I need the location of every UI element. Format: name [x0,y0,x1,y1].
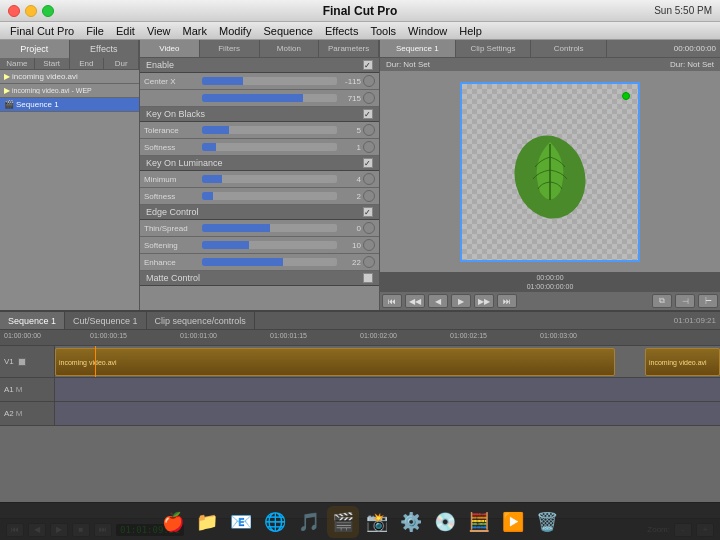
go-to-start-button[interactable]: ⏮ [382,294,402,308]
minimum-reset[interactable] [363,173,375,185]
center-y-slider[interactable] [202,94,337,102]
close-button[interactable] [8,5,20,17]
menu-item-modify[interactable]: Modify [213,22,257,40]
center-x-slider[interactable] [202,77,337,85]
ruler-label-0: 01:00:00:00 [4,332,41,339]
leaf-image [500,122,600,222]
timecode-frames: 01:00:00:00:00 [527,283,574,290]
edge-checkbox[interactable] [363,207,373,217]
minimize-button[interactable] [25,5,37,17]
softness-reset2[interactable] [363,190,375,202]
tab-parameters[interactable]: Parameters [319,40,379,57]
window-controls[interactable] [8,5,54,17]
track-label-a2: A2 [4,409,14,418]
video-clip-1[interactable]: incoming video.avi [55,348,615,376]
play-button[interactable]: ▶ [451,294,471,308]
dock-mail[interactable]: 📧 [225,506,257,538]
track-header-v1: V1 [0,346,55,377]
mark-out-button[interactable]: ⊢ [698,294,718,308]
softening-row: Softening 10 [140,237,379,254]
softness-reset1[interactable] [363,141,375,153]
softness-slider1[interactable] [202,143,337,151]
viewer-panel: Sequence 1 Clip Settings Controls 00:00:… [380,40,720,310]
tl-tab-sequence1[interactable]: Sequence 1 [0,312,65,329]
enhance-slider[interactable] [202,258,337,266]
tab-video[interactable]: Video [140,40,200,57]
tl-tab-clip-controls[interactable]: Clip sequence/controls [147,312,255,329]
softening-slider[interactable] [202,241,337,249]
track-content-v1[interactable]: incoming video.avi incoming video.avi [55,346,720,377]
track-content-a2[interactable] [55,402,720,425]
tl-tab-cut-sequence[interactable]: Cut/Sequence 1 [65,312,147,329]
menu-item-sequence[interactable]: Sequence [257,22,319,40]
dock-trash[interactable]: 🗑️ [531,506,563,538]
dock-finder[interactable]: 🍎 [157,506,189,538]
key-blacks-checkbox[interactable] [363,109,373,119]
rewind-button[interactable]: ◀◀ [405,294,425,308]
dock-iphoto[interactable]: 📸 [361,506,393,538]
tolerance-reset[interactable] [363,124,375,136]
menu-item-window[interactable]: Window [402,22,453,40]
softness-row1: Softness 1 [140,139,379,156]
dock-itunes[interactable]: 🎵 [293,506,325,538]
track-content-a1[interactable] [55,378,720,401]
app-title: Final Cut Pro [323,4,398,18]
menu-item-file[interactable]: File [80,22,110,40]
softening-reset[interactable] [363,239,375,251]
tab-clip-settings[interactable]: Clip Settings [456,40,532,57]
menu-item-edit[interactable]: Edit [110,22,141,40]
track-visibility-v1[interactable] [18,358,26,366]
softness-slider2[interactable] [202,192,337,200]
project-browser: Name Start End Dur ▶ incoming video.avi … [0,58,139,310]
track-label-a1: A1 [4,385,14,394]
ruler-label-4: 01:00:02:00 [360,332,397,339]
menu-item-final-cut-pro[interactable]: Final Cut Pro [4,22,80,40]
menu-item-help[interactable]: Help [453,22,488,40]
maximize-button[interactable] [42,5,54,17]
key-lum-checkbox[interactable] [363,158,373,168]
match-frame-button[interactable]: ⧉ [652,294,672,308]
dock-system-prefs[interactable]: ⚙️ [395,506,427,538]
tab-sequence1[interactable]: Sequence 1 [380,40,456,57]
video-clip-2[interactable]: incoming video.avi [645,348,720,376]
tab-effects-left[interactable]: Effects [70,40,140,58]
dock-fcp[interactable]: 🎬 [327,506,359,538]
enhance-reset[interactable] [363,256,375,268]
viewer-canvas-area [380,71,720,272]
title-bar: Final Cut Pro Sun 5:50 PM [0,0,720,22]
green-dot-indicator [622,92,630,100]
tab-controls[interactable]: Controls [531,40,607,57]
tab-project[interactable]: Project [0,40,70,58]
project-item-video-wep[interactable]: ▶ incoming video.avi - WEP [0,84,139,98]
tolerance-slider[interactable] [202,126,337,134]
track-mute-a1[interactable]: M [16,385,23,394]
dock-quicktime[interactable]: ▶️ [497,506,529,538]
prev-frame-button[interactable]: ◀ [428,294,448,308]
center-x-reset[interactable] [363,75,375,87]
project-item-video[interactable]: ▶ incoming video.avi [0,70,139,84]
dock-safari[interactable]: 🌐 [259,506,291,538]
go-to-end-button[interactable]: ⏭ [497,294,517,308]
matte-checkbox[interactable] [363,273,373,283]
tab-motion[interactable]: Motion [260,40,320,57]
tab-filters[interactable]: Filters [200,40,260,57]
next-frame-button[interactable]: ▶▶ [474,294,494,308]
track-mute-a2[interactable]: M [16,409,23,418]
dock-calculator[interactable]: 🧮 [463,506,495,538]
section-key-blacks: Key On Blacks [140,107,379,122]
title-bar-right: Sun 5:50 PM [654,5,712,16]
menu-item-view[interactable]: View [141,22,177,40]
center-y-reset[interactable] [363,92,375,104]
menu-item-tools[interactable]: Tools [364,22,402,40]
enable-checkbox[interactable] [363,60,373,70]
menu-item-effects[interactable]: Effects [319,22,364,40]
thin-spread-slider[interactable] [202,224,337,232]
thin-spread-reset[interactable] [363,222,375,234]
mark-in-button[interactable]: ⊣ [675,294,695,308]
dock-folder[interactable]: 📁 [191,506,223,538]
minimum-slider[interactable] [202,175,337,183]
main-content: Project Effects Name Start End Dur ▶ inc… [0,40,720,540]
menu-item-mark[interactable]: Mark [177,22,213,40]
project-item-sequence[interactable]: 🎬 Sequence 1 [0,98,139,112]
dock-dvd-player[interactable]: 💿 [429,506,461,538]
